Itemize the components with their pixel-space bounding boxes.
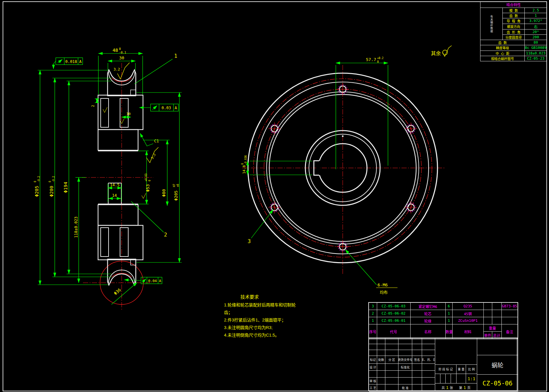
- svg-text:H7: H7: [173, 184, 176, 187]
- part-code: CZ-05-06-02: [377, 310, 410, 317]
- tech-req-line: 4.未注明倒角尺寸均为C1.5。: [224, 331, 322, 339]
- grid-cell: [412, 371, 422, 378]
- dim-577-sup: +0.2: [377, 57, 383, 60]
- grid-cell: [377, 364, 385, 371]
- svg-text:Φ205: Φ205: [34, 186, 39, 197]
- param-label: 导 程 角: [502, 18, 525, 24]
- drawing-number: CZ-05-06: [477, 375, 518, 392]
- part-name: 轮缘: [410, 317, 445, 324]
- table-row: 1 CZ-05-06-01 轮缘 1 ZCuSn10P1: [369, 317, 518, 324]
- grid-cell: [369, 371, 377, 378]
- dim-577-sub: 0: [377, 60, 379, 63]
- runout-datum: A: [174, 106, 177, 110]
- dim-14: 14: [112, 193, 117, 198]
- svg-text:0: 0: [49, 181, 51, 182]
- roughness-icon: [103, 107, 107, 113]
- grid-cell: [385, 371, 398, 378]
- grid-cell: [369, 350, 377, 356]
- dim-48-sub: -0.1: [119, 51, 126, 54]
- param-label: 齿 数: [502, 13, 525, 18]
- label-6-m6: 6-M6: [377, 282, 388, 287]
- process-label: 工 艺: [369, 384, 377, 392]
- param-value: 2.5: [525, 8, 547, 13]
- design-label: 设 计: [369, 364, 377, 371]
- part-weight-total: [492, 302, 501, 310]
- grid-cell: [398, 344, 412, 350]
- svg-text:-0.036: -0.036: [244, 155, 247, 165]
- header-code: 代号: [377, 324, 410, 339]
- grid-cell: [385, 384, 398, 392]
- bolt-hole: [336, 240, 349, 253]
- part-material: 45钢: [452, 310, 483, 317]
- header-weight: 重量: [483, 324, 501, 332]
- grid-cell: [422, 364, 435, 371]
- grid-cell: [422, 344, 435, 350]
- runout-frame-003: 0.03 A: [139, 104, 178, 111]
- rev-header: 年、月、日: [422, 356, 435, 364]
- grid-cell: [422, 371, 435, 378]
- bolt-hole: [405, 122, 417, 135]
- sheet-label: 第: [459, 385, 462, 390]
- param-label: 分度圆直径: [502, 34, 525, 40]
- grid-cell: [385, 364, 398, 371]
- dim-phi194: Φ194: [63, 182, 68, 193]
- runout-value: 0.04: [148, 279, 157, 283]
- grid-cell: [422, 378, 435, 384]
- runout-frame-0018: 0.018 A: [53, 58, 83, 69]
- scale-label: 比 例: [466, 365, 477, 374]
- grid-cell: [398, 378, 412, 384]
- balloon-leader: [131, 201, 164, 232]
- m6-leader: [345, 250, 376, 285]
- param-label: 螺旋方向: [502, 24, 525, 29]
- balloon-2: 2: [164, 232, 167, 238]
- sheet-total: 1: [446, 385, 448, 390]
- check-label: 审 核: [369, 378, 377, 384]
- grid-cell: [435, 374, 440, 383]
- svg-text:-0.2: -0.2: [37, 176, 40, 182]
- header-name: 名称: [410, 324, 445, 339]
- hub-ring-lower: [98, 205, 138, 225]
- surface-roughness-note: 其余: [431, 46, 452, 56]
- sheet-count: 共 1 张 第 1 页: [435, 383, 477, 392]
- grid-cell: [369, 338, 377, 344]
- table-row: 3 CZ-05-06-03 紧定螺钉M6 6 Q235 GB73-85: [369, 302, 518, 310]
- param-value: 118±0.023: [525, 51, 547, 56]
- runout-icon: [152, 106, 157, 110]
- stage-label: 阶 段 标 记: [435, 365, 457, 374]
- dim-phi205: Φ205 0 -0.2: [34, 176, 40, 197]
- scale-value: 1:1: [466, 374, 477, 383]
- bolt-hole: [268, 122, 281, 135]
- dim-phi36: Φ36: [113, 287, 122, 296]
- part-weight-unit: [483, 317, 492, 324]
- keyway-mask: [316, 161, 320, 175]
- standardization-label: 标准化: [398, 364, 412, 371]
- header-no: 序号: [369, 324, 377, 339]
- part-qty: 1: [445, 317, 452, 324]
- runout-icon: [58, 59, 62, 63]
- param-value: 80: [525, 40, 547, 45]
- recess-pocket: [101, 228, 109, 257]
- roughness-icon: [142, 193, 146, 198]
- grid-cell: [412, 344, 422, 350]
- technical-requirements: 技术要求 1.轮缘和轮芯装配好后再精车和切制轮 齿； 2.件3拧紧后沾件1、2端…: [224, 293, 322, 339]
- hub-ring-upper: [98, 130, 138, 150]
- grid-cell: [377, 350, 385, 356]
- sheet-page: 1: [464, 385, 466, 390]
- cad-drawing-sheet: 48 0 -0.1 30 3.2 0.018 A: [0, 0, 549, 392]
- rev-header: 更改文件号: [398, 356, 412, 364]
- param-value: CZ-05-23: [525, 56, 547, 61]
- svg-text:Φ200: Φ200: [49, 186, 54, 197]
- dim-48-sup: 0: [119, 47, 121, 51]
- mesh-table-title: 啮合特性: [480, 2, 547, 8]
- param-value: 8c GB10089-88: [525, 45, 547, 51]
- runout-value: 0.03: [162, 106, 171, 110]
- param-label: 模 数: [502, 8, 525, 13]
- svg-text:+0.03: +0.03: [145, 174, 148, 181]
- part-weight-total: [492, 310, 501, 317]
- roughness-icon: [120, 118, 124, 124]
- part-code: CZ-05-06-03: [377, 302, 410, 310]
- svg-text:0: 0: [34, 181, 37, 182]
- recess-pocket: [120, 228, 128, 257]
- sheet-label: 共: [441, 385, 445, 390]
- tech-req-line: 3.未注明圆角尺寸均为R3;: [224, 324, 322, 331]
